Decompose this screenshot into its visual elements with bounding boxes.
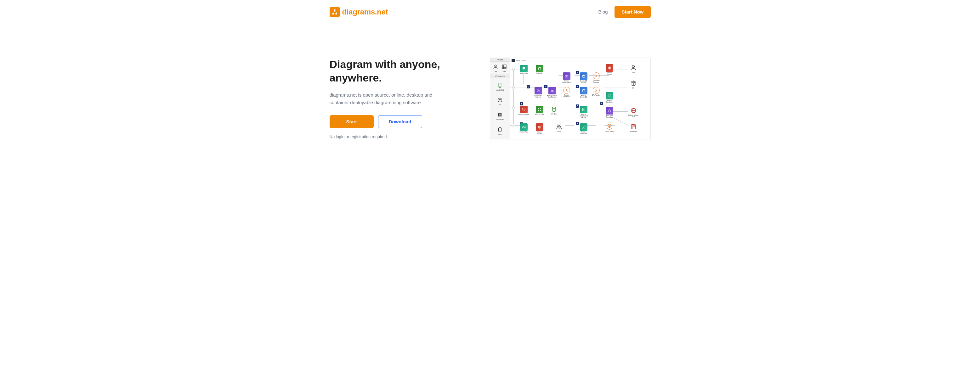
hero-note: No login or registration required. xyxy=(329,134,477,139)
node-amazon-es[interactable]: Amazon ES xyxy=(534,65,545,75)
node-kinesis[interactable]: Amazon Kinesis Data Streams xyxy=(547,87,557,98)
sidebar-channel-bots[interactable]: Bots xyxy=(492,127,509,135)
svg-point-19 xyxy=(582,75,585,76)
step-badge-1: 1 xyxy=(527,85,530,89)
hero-title-line1: Diagram with anyone, xyxy=(329,58,440,70)
svg-rect-0 xyxy=(334,9,335,11)
cube-icon xyxy=(497,97,503,103)
node-polly[interactable]: Amazon Polly xyxy=(519,124,529,133)
node-output-api[interactable]: API xyxy=(629,80,638,89)
node-events-model[interactable]: Events Model xyxy=(605,124,614,133)
nav: Blog Start Now xyxy=(598,6,651,18)
hero-actions: Start Download xyxy=(329,115,477,128)
svg-point-9 xyxy=(499,127,501,129)
svg-point-17 xyxy=(609,67,610,68)
svg-point-20 xyxy=(551,90,551,90)
svg-point-27 xyxy=(540,108,541,109)
svg-point-23 xyxy=(582,89,585,90)
svg-rect-8 xyxy=(499,114,501,116)
svg-point-22 xyxy=(553,91,553,92)
svg-point-24 xyxy=(609,95,610,96)
step-badge-2: 2 xyxy=(520,102,523,105)
svg-rect-1 xyxy=(332,13,334,14)
node-api-gateway[interactable]: Amazon API Gateway xyxy=(533,87,544,98)
node-pinpoint-top[interactable]: Amazon Pinpoint xyxy=(604,64,615,76)
node-elasticsearch[interactable]: Amazon ElasticSearch xyxy=(561,72,572,84)
brand-logo-icon xyxy=(329,7,340,17)
svg-rect-18 xyxy=(565,76,568,78)
svg-point-32 xyxy=(538,126,541,128)
download-button[interactable]: Download xyxy=(378,115,422,128)
grid-icon xyxy=(501,63,508,70)
node-iot-core[interactable]: AWS IoT Core xyxy=(534,106,545,116)
svg-rect-13 xyxy=(512,124,515,127)
sidebar-actors-row: User Fleet xyxy=(490,62,510,75)
svg-point-28 xyxy=(538,111,539,111)
diagram-canvas[interactable]: AWS Cloud xyxy=(510,58,651,139)
svg-point-36 xyxy=(583,126,584,127)
sidebar-channel-wearables[interactable]: Wearables xyxy=(492,112,509,120)
sidebar-channels-title: Channels xyxy=(490,75,510,78)
hero-title: Diagram with anyone, anywhere. xyxy=(329,57,477,84)
svg-point-26 xyxy=(538,108,539,109)
node-personalize[interactable]: Amazon Personalize xyxy=(578,124,589,135)
svg-point-15 xyxy=(538,67,541,68)
node-dynamodb[interactable]: Amazon DynamoDB xyxy=(578,87,589,98)
node-dynamodb-streams[interactable]: DynamoDB Streams xyxy=(578,72,589,84)
sidebar-actor-user[interactable]: User xyxy=(492,63,499,72)
svg-point-29 xyxy=(540,111,541,111)
start-now-button[interactable]: Start Now xyxy=(614,6,651,18)
node-cognito[interactable]: Amazon Cognito xyxy=(519,106,529,116)
hero: Diagram with anyone, anywhere. diagrams.… xyxy=(329,57,651,140)
svg-point-30 xyxy=(552,107,556,109)
node-pinpoint-bottom[interactable]: Amazon Pinpoint xyxy=(534,124,545,135)
svg-point-33 xyxy=(539,127,540,128)
node-output-researcher[interactable]: Researcher xyxy=(629,124,638,133)
node-sagemaker[interactable]: Amazon SageMaker xyxy=(604,92,615,103)
sidebar-channel-mobile[interactable]: Mobile/Web xyxy=(492,82,509,91)
hero-title-line2: anywhere. xyxy=(329,72,382,84)
svg-rect-11 xyxy=(512,87,515,89)
chip-icon xyxy=(497,112,503,118)
svg-rect-7 xyxy=(499,113,501,116)
sidebar-actor-fleet[interactable]: Fleet xyxy=(501,63,508,72)
svg-rect-14 xyxy=(523,67,525,69)
node-related-data[interactable]: Related Tabular Data xyxy=(627,107,640,118)
user-icon xyxy=(492,63,499,70)
svg-point-3 xyxy=(495,65,496,67)
brand-name: diagrams.net xyxy=(342,8,388,16)
svg-point-6 xyxy=(500,86,500,87)
hero-subtitle: diagrams.net is open source, online, des… xyxy=(329,91,449,106)
node-request-processor[interactable]: λ Request Processor xyxy=(562,87,571,98)
diagram-preview: Actors User Fleet Channe xyxy=(490,57,651,140)
start-button[interactable]: Start xyxy=(329,115,374,128)
node-etl-function[interactable]: λ ETL Function xyxy=(592,87,601,96)
sidebar-actors-title: Actors xyxy=(490,58,510,62)
step-badge-9: 9 xyxy=(600,102,603,105)
hero-copy: Diagram with anyone, anywhere. diagrams.… xyxy=(329,57,477,139)
svg-rect-12 xyxy=(512,107,515,109)
header: diagrams.net Blog Start Now xyxy=(329,4,651,20)
svg-point-38 xyxy=(609,126,611,128)
node-lake-formation[interactable]: AWS Lake Formation xyxy=(604,107,615,118)
svg-point-16 xyxy=(608,67,611,69)
svg-point-34 xyxy=(557,125,559,127)
node-output-user[interactable]: User xyxy=(629,64,638,73)
node-iot-rule[interactable]: IoT Rule xyxy=(549,106,559,115)
svg-rect-2 xyxy=(335,13,337,14)
nav-blog-link[interactable]: Blog xyxy=(598,9,608,14)
phone-icon xyxy=(497,82,503,89)
svg-point-39 xyxy=(632,65,634,68)
node-amazon-lex[interactable]: Amazon Lex xyxy=(519,65,529,75)
diagram-sidebar: Actors User Fleet Channe xyxy=(490,58,510,139)
brand[interactable]: diagrams.net xyxy=(329,7,388,17)
svg-rect-4 xyxy=(503,65,506,68)
node-subscriber-processor[interactable]: λ Subscriber Processor xyxy=(592,72,601,83)
node-users-group[interactable]: Users xyxy=(554,124,564,133)
svg-rect-10 xyxy=(512,68,515,70)
svg-point-35 xyxy=(559,125,561,127)
node-comprehend[interactable]: Amazon Comprehend Medical xyxy=(578,106,589,119)
cylinder-icon xyxy=(497,127,503,133)
sidebar-channel-api[interactable]: API xyxy=(492,97,509,106)
